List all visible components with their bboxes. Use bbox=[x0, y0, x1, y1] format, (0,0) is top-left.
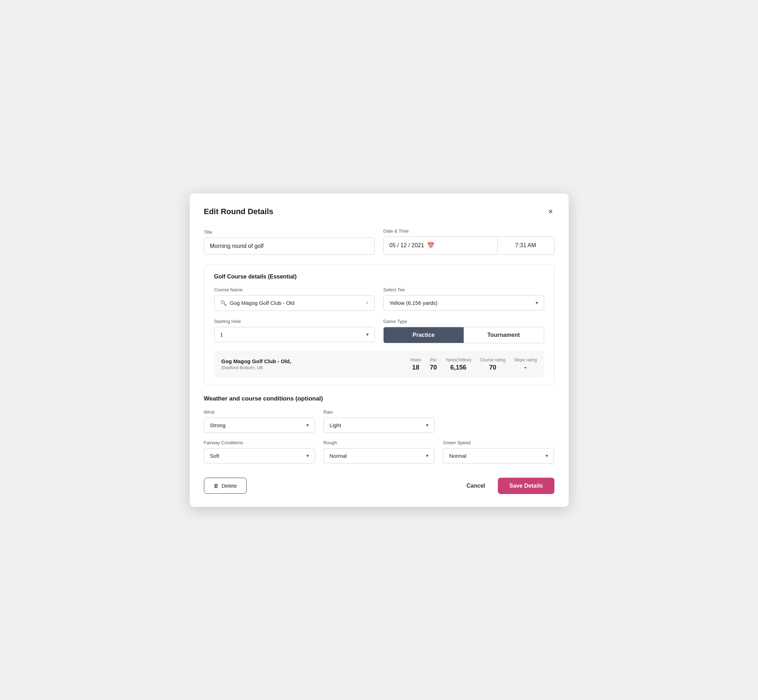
date-box[interactable]: 05 / 12 / 2021 📅 bbox=[383, 236, 498, 255]
chevron-down-icon: ▾ bbox=[306, 422, 309, 428]
delete-label: Delete bbox=[222, 483, 237, 489]
fairway-rough-green-row: Fairway Conditions Soft ▾ Rough Normal ▾… bbox=[204, 440, 554, 464]
date-time-label: Date & Time bbox=[383, 228, 554, 234]
starting-hole-field: Starting Hole 1 ▾ bbox=[214, 319, 375, 343]
green-speed-label: Green Speed bbox=[443, 440, 554, 445]
course-info-location: Shelford Bottom, UK bbox=[221, 365, 402, 370]
starting-hole-label: Starting Hole bbox=[214, 319, 375, 324]
golf-course-section: Golf Course details (Essential) Course N… bbox=[204, 265, 554, 385]
course-name-label: Course Name bbox=[214, 287, 375, 292]
course-info-row: Gog Magog Golf Club - Old, Shelford Bott… bbox=[214, 351, 544, 378]
chevron-down-icon: ▾ bbox=[366, 331, 369, 337]
starting-hole-dropdown[interactable]: 1 ▾ bbox=[214, 327, 375, 342]
par-value: 70 bbox=[430, 364, 437, 371]
edit-round-modal: Edit Round Details × Title Date & Time 0… bbox=[190, 194, 568, 507]
trash-icon: 🗑 bbox=[213, 483, 219, 489]
slope-rating-stat: Slope rating - bbox=[514, 358, 537, 371]
wind-rain-row: Wind Strong ▾ Rain Light ▾ bbox=[204, 409, 554, 433]
save-button[interactable]: Save Details bbox=[498, 478, 554, 494]
close-button[interactable]: × bbox=[547, 206, 554, 217]
green-speed-dropdown[interactable]: Normal ▾ bbox=[443, 448, 554, 464]
select-tee-dropdown[interactable]: Yellow (6,156 yards) ▾ bbox=[383, 295, 544, 311]
holes-value: 18 bbox=[410, 364, 421, 371]
wind-label: Wind bbox=[204, 409, 315, 415]
weather-section-title: Weather and course conditions (optional) bbox=[204, 395, 554, 402]
cancel-button[interactable]: Cancel bbox=[461, 478, 491, 493]
date-time-inner: 05 / 12 / 2021 📅 7:31 AM bbox=[383, 236, 554, 255]
game-type-label: Game Type bbox=[383, 319, 544, 324]
yards-label: Yards(Yellow) bbox=[446, 358, 471, 362]
slope-rating-value: - bbox=[514, 364, 537, 371]
rough-dropdown[interactable]: Normal ▾ bbox=[324, 448, 434, 464]
top-row: Title Date & Time 05 / 12 / 2021 📅 7:31 … bbox=[204, 228, 554, 255]
yards-value: 6,156 bbox=[446, 364, 471, 371]
select-tee-value: Yellow (6,156 yards) bbox=[389, 300, 437, 306]
hole-gametype-row: Starting Hole 1 ▾ Game Type Practice Tou… bbox=[214, 319, 544, 343]
wind-dropdown[interactable]: Strong ▾ bbox=[204, 417, 315, 433]
rain-field: Rain Light ▾ bbox=[324, 409, 434, 433]
rough-label: Rough bbox=[324, 440, 434, 445]
holes-stat: Holes 18 bbox=[410, 358, 421, 371]
rain-value: Light bbox=[329, 422, 341, 428]
game-type-field: Game Type Practice Tournament bbox=[383, 319, 544, 343]
delete-button[interactable]: 🗑 Delete bbox=[204, 478, 247, 494]
select-tee-label: Select Tee bbox=[383, 287, 544, 292]
par-label: Par bbox=[430, 358, 437, 362]
game-type-toggle: Practice Tournament bbox=[383, 327, 544, 343]
tournament-button[interactable]: Tournament bbox=[464, 327, 544, 343]
time-value: 7:31 AM bbox=[515, 242, 536, 248]
calendar-icon: 📅 bbox=[427, 242, 434, 249]
rain-label: Rain bbox=[324, 409, 434, 415]
chevron-down-icon: ▾ bbox=[536, 300, 538, 306]
select-tee-field: Select Tee Yellow (6,156 yards) ▾ bbox=[383, 287, 544, 311]
time-box[interactable]: 7:31 AM bbox=[498, 236, 554, 255]
course-name-input[interactable]: 🔍 Gog Magog Golf Club - Old × bbox=[214, 295, 375, 311]
practice-button[interactable]: Practice bbox=[384, 327, 464, 343]
chevron-down-icon: ▾ bbox=[545, 453, 548, 458]
footer-row: 🗑 Delete Cancel Save Details bbox=[204, 475, 554, 494]
chevron-down-icon: ▾ bbox=[426, 453, 429, 458]
weather-conditions-section: Weather and course conditions (optional)… bbox=[204, 395, 554, 464]
course-rating-stat: Course rating 70 bbox=[480, 358, 505, 371]
starting-hole-value: 1 bbox=[220, 331, 223, 338]
rough-field: Rough Normal ▾ bbox=[324, 440, 434, 464]
green-speed-field: Green Speed Normal ▾ bbox=[443, 440, 554, 464]
modal-header: Edit Round Details × bbox=[204, 206, 554, 217]
clear-course-icon[interactable]: × bbox=[365, 300, 369, 306]
course-name-value: Gog Magog Golf Club - Old bbox=[230, 300, 294, 306]
yards-stat: Yards(Yellow) 6,156 bbox=[446, 358, 471, 371]
wind-value: Strong bbox=[210, 422, 226, 428]
chevron-down-icon: ▾ bbox=[426, 422, 429, 428]
rain-dropdown[interactable]: Light ▾ bbox=[324, 417, 434, 433]
golf-section-title: Golf Course details (Essential) bbox=[214, 273, 544, 280]
fairway-label: Fairway Conditions bbox=[204, 440, 315, 445]
chevron-down-icon: ▾ bbox=[306, 453, 309, 458]
course-rating-label: Course rating bbox=[480, 358, 505, 362]
title-field: Title bbox=[204, 230, 375, 255]
slope-rating-label: Slope rating bbox=[514, 358, 537, 362]
date-value: 05 / 12 / 2021 bbox=[389, 242, 424, 248]
footer-right: Cancel Save Details bbox=[461, 478, 554, 494]
wind-field: Wind Strong ▾ bbox=[204, 409, 315, 433]
holes-label: Holes bbox=[410, 358, 421, 362]
title-input[interactable] bbox=[204, 238, 375, 255]
modal-title: Edit Round Details bbox=[204, 207, 274, 216]
rough-value: Normal bbox=[329, 453, 347, 459]
date-time-field: Date & Time 05 / 12 / 2021 📅 7:31 AM bbox=[383, 228, 554, 255]
fairway-value: Soft bbox=[210, 453, 219, 459]
course-info-name-text: Gog Magog Golf Club - Old, bbox=[221, 358, 402, 364]
course-name-field: Course Name 🔍 Gog Magog Golf Club - Old … bbox=[214, 287, 375, 311]
fairway-field: Fairway Conditions Soft ▾ bbox=[204, 440, 315, 464]
green-speed-value: Normal bbox=[449, 453, 466, 459]
course-rating-value: 70 bbox=[480, 364, 505, 371]
search-icon: 🔍 bbox=[220, 300, 227, 306]
course-info-name: Gog Magog Golf Club - Old, Shelford Bott… bbox=[221, 358, 402, 370]
par-stat: Par 70 bbox=[430, 358, 437, 371]
course-tee-row: Course Name 🔍 Gog Magog Golf Club - Old … bbox=[214, 287, 544, 311]
title-label: Title bbox=[204, 230, 375, 235]
fairway-dropdown[interactable]: Soft ▾ bbox=[204, 448, 315, 464]
